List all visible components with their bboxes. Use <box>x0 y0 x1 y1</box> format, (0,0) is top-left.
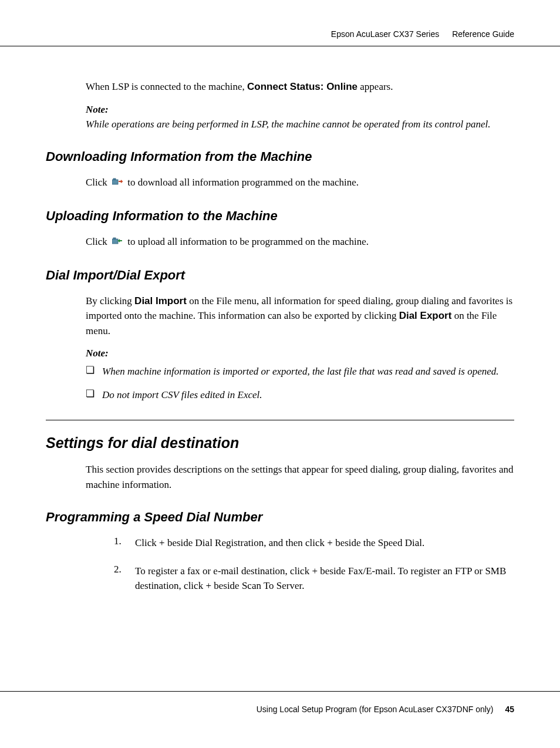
ol-text-2: To register a fax or e-mail destination,… <box>135 564 514 594</box>
intro-bold: Connect Status: Online <box>247 81 357 92</box>
ol-item-2: 2. To register a fax or e-mail destinati… <box>114 564 514 594</box>
dial-pre: By clicking <box>86 295 134 306</box>
intro-pre: When LSP is connected to the machine, <box>86 81 247 92</box>
section-rule <box>46 420 514 420</box>
note-bullet-text-1: When machine information is imported or … <box>102 364 499 379</box>
heading-upload: Uploading Information to the Machine <box>46 208 514 224</box>
download-icon <box>112 176 123 191</box>
page-header: Epson AcuLaser CX37 Series Reference Gui… <box>331 29 514 39</box>
note-block-1: Note: While operations are being perform… <box>86 104 514 132</box>
note-bullet-1: ❏ When machine information is imported o… <box>86 364 514 379</box>
note-bullet-text-2: Do not import CSV files edited in Excel. <box>102 388 262 403</box>
heading-settings: Settings for dial destination <box>46 434 514 452</box>
intro-post: appears. <box>357 81 393 92</box>
footer-rule <box>0 691 560 692</box>
page-content: When LSP is connected to the machine, Co… <box>46 79 514 607</box>
heading-dial: Dial Import/Dial Export <box>46 268 514 283</box>
svg-rect-2 <box>112 239 118 244</box>
svg-rect-0 <box>112 180 118 184</box>
ol-text-1: Click + beside Dial Registration, and th… <box>135 535 424 551</box>
upload-icon <box>112 235 123 250</box>
upload-paragraph: Click to upload all information to be pr… <box>86 234 514 250</box>
note-text: While operations are being performed in … <box>86 117 514 132</box>
intro-paragraph: When LSP is connected to the machine, Co… <box>86 79 514 95</box>
download-pre: Click <box>86 177 110 188</box>
page-footer: Using Local Setup Program (for Epson Acu… <box>0 691 560 714</box>
dial-bold-2: Dial Export <box>399 310 452 321</box>
ol-marker-2: 2. <box>114 564 135 594</box>
header-rule <box>0 46 560 46</box>
bullet-marker-icon: ❏ <box>86 388 96 403</box>
header-doc: Reference Guide <box>452 29 514 39</box>
ol-item-1: 1. Click + beside Dial Registration, and… <box>114 535 514 551</box>
svg-rect-3 <box>113 238 116 239</box>
ordered-list: 1. Click + beside Dial Registration, and… <box>86 535 514 594</box>
header-product: Epson AcuLaser CX37 Series <box>331 29 439 39</box>
settings-paragraph: This section provides descriptions on th… <box>86 462 514 492</box>
heading-program: Programming a Speed Dial Number <box>46 510 514 525</box>
download-post: to download all information programmed o… <box>127 177 359 188</box>
bullet-marker-icon: ❏ <box>86 364 96 379</box>
svg-rect-1 <box>113 178 116 180</box>
dial-paragraph: By clicking Dial Import on the File menu… <box>86 294 514 339</box>
note-bullet-2: ❏ Do not import CSV files edited in Exce… <box>86 388 514 403</box>
dial-bold-1: Dial Import <box>134 295 187 306</box>
download-paragraph: Click to download all information progra… <box>86 175 514 191</box>
ol-marker-1: 1. <box>114 535 135 551</box>
heading-download: Downloading Information from the Machine <box>46 149 514 164</box>
upload-pre: Click <box>86 236 110 247</box>
upload-post: to upload all information to be programm… <box>127 236 369 247</box>
footer-chapter: Using Local Setup Program (for Epson Acu… <box>257 705 494 714</box>
note-block-2: Note: ❏ When machine information is impo… <box>86 348 514 402</box>
footer-page-number: 45 <box>505 705 514 714</box>
note-label-2: Note: <box>86 348 514 359</box>
note-label: Note: <box>86 104 514 116</box>
